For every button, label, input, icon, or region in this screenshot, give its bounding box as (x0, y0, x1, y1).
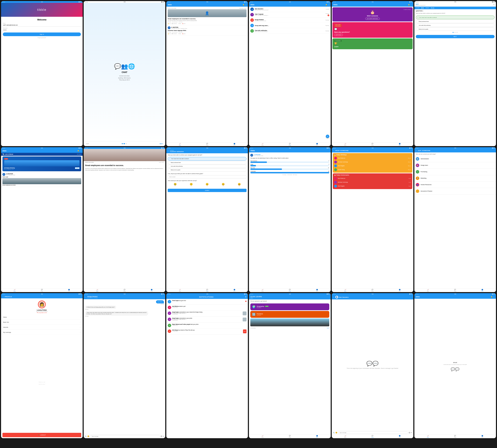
more-icon[interactable]: ⋮ (411, 4, 412, 6)
dept-item-3[interactable]: 📢 Marketing › (414, 175, 496, 182)
profile-menu-item-2[interactable]: Interests › (1, 325, 83, 330)
more-icon[interactable]: ⋮ (80, 150, 81, 152)
chat-list-item-4[interactable]: C Chat with notification Mark: Internet … (249, 28, 331, 34)
save-2-action[interactable]: 🔖 Save (182, 33, 185, 34)
forgot-password-link[interactable]: Forgot password? (3, 37, 81, 38)
attachment-icon[interactable]: 📎 (85, 435, 87, 437)
notification-icon[interactable]: 🔔 (243, 4, 244, 6)
next-button[interactable]: NEXT (160, 143, 163, 144)
learn-card[interactable]: 5 QUIZZES 🏆 Learn (332, 38, 413, 49)
nav-item-buzz[interactable]: 📈 Buzz (332, 143, 359, 146)
alan-chat-input[interactable] (338, 432, 408, 434)
nav-item-ican[interactable]: 🔵 iCan (138, 288, 166, 292)
nav-item-chats[interactable]: 💬 Chats (359, 435, 386, 438)
quiz-option-3[interactable]: ○ Barely met my goals (416, 27, 495, 31)
notification-item-0[interactable]: V Vivek Gupta has gone live! (166, 299, 248, 305)
back-arrow-icon[interactable]: ← (168, 150, 169, 152)
more-icon[interactable]: ⋮ (493, 296, 495, 298)
ask-card[interactable]: LIVE CHAT AVAILABLE 💬 Have any questions… (332, 22, 413, 38)
birthday-item-1[interactable]: Nicholas Cummings 20 yrs (334, 160, 411, 164)
anniversary-item-0[interactable]: Nina Patterson 2 yrs (334, 176, 411, 180)
nav-item-buzz[interactable]: 📈 Buzz (332, 288, 359, 292)
nav-item-chats[interactable]: 💬 Chats (276, 143, 303, 146)
back-arrow-icon[interactable]: ← (333, 296, 335, 298)
like-2-action[interactable]: 👍 Like (168, 33, 171, 34)
emoji-icon[interactable]: 😊 (87, 435, 89, 437)
save-action[interactable]: 🔖 Save (182, 23, 185, 24)
password-input[interactable] (3, 29, 81, 32)
anniversary-item-2[interactable]: Mae Delgado 3 yrs (334, 184, 411, 188)
image-icon[interactable]: 🖼 (409, 432, 410, 433)
save-button[interactable]: SAVE (327, 328, 329, 329)
nav-item-ican[interactable]: 🔵 iCan (303, 288, 331, 292)
talk-cta[interactable]: LET'S TALK (334, 34, 343, 36)
logout-button[interactable]: 🚪 LOGOUT (2, 433, 81, 437)
nav-item-ican[interactable]: 🔵 iCan (386, 143, 413, 146)
nav-item-buzz[interactable]: 📈 Buzz (166, 143, 194, 146)
emoji-1[interactable]: 😢 (174, 183, 177, 186)
quiz-option-2[interactable]: ○ Just under fully achieving (416, 24, 495, 27)
nav-item-chats[interactable]: 💬 Chats (194, 143, 221, 146)
birthday-item-3[interactable]: Darrell Young 26 yrs (334, 168, 411, 172)
back-arrow-icon[interactable]: ← (85, 296, 87, 298)
chat-list-item-1[interactable]: T THE IT SQUAD Dawit: Internet is not wo… (249, 12, 331, 17)
nav-item-buzz[interactable]: 📈 Buzz (249, 288, 276, 292)
dept-item-4[interactable]: 👥 Human Resources › (414, 182, 496, 188)
survey-opt-0[interactable]: ✓ Yes I have! And I was able to achieve! (168, 157, 247, 161)
nav-item-buzz[interactable]: 📈 Buzz (249, 435, 276, 438)
nav-item-buzz[interactable]: 📈 Buzz (166, 288, 194, 292)
nav-item-chats[interactable]: 💬 Chats (194, 288, 221, 292)
dept-item-1[interactable]: 🎨 Design team › (414, 162, 496, 169)
nav-item-ican[interactable]: 🔵 iCan (386, 288, 413, 292)
back-arrow-icon[interactable]: ← (2, 296, 4, 298)
chat-list-item-3[interactable]: G Group with long name ... Yesterday (249, 23, 331, 28)
dept-item-5[interactable]: 💰 Accounts & Finance › (414, 188, 496, 194)
like-action[interactable]: 👍 Like (168, 23, 171, 24)
nav-item-chats[interactable]: 💬 Chats (359, 288, 386, 292)
survey-opt-2[interactable]: ○ Just under fully achieving (168, 165, 247, 168)
emoji-2[interactable]: 😕 (190, 183, 193, 186)
poll-option-3[interactable]: Amsterdam 43 (250, 171, 329, 173)
survey-answer-input[interactable] (168, 175, 247, 178)
notification-item-1[interactable]: A Amit Mishra started a poll 3 minutes a… (166, 305, 248, 310)
wish-card[interactable]: 5 EMPLOYEES 🎂 Wish someone SAY HAPPY BIR… (332, 7, 413, 21)
nav-item-buzz[interactable]: 📈 Buzz (414, 435, 442, 438)
dept-item-2[interactable]: 🛒 Purchasing › (414, 169, 496, 175)
image-icon[interactable]: 🖼 (161, 435, 162, 437)
learn-card-0[interactable]: 🌍 Geography ● NEW #icanlearn (250, 304, 329, 310)
nav-item-ican[interactable]: 🔵 iCan (386, 435, 413, 438)
nav-item-chats[interactable]: 💬 Chats (111, 288, 138, 292)
share-action[interactable]: ↗ Share (178, 23, 181, 24)
birthday-item-0[interactable]: Nina Patterson 25 yrs (334, 156, 411, 160)
next-button[interactable]: NEXT (416, 35, 495, 38)
email-input[interactable] (3, 24, 81, 27)
profile-menu-item-3[interactable]: My Learnings › (1, 330, 83, 335)
notification-item-4[interactable]: R Rajat, Mahesh and 5 other people liked… (166, 323, 248, 328)
submit-button[interactable]: SUBMIT (168, 189, 247, 192)
nav-item-buzz[interactable]: 📈 Buzz (1, 288, 28, 292)
nav-item-ican[interactable]: 🔵 iCan (221, 143, 248, 146)
emoji-4[interactable]: 😊 (222, 183, 225, 186)
notification-icon[interactable]: 🔔 (491, 296, 493, 298)
notification-icon[interactable]: 🔔 (325, 4, 327, 6)
survey-opt-1[interactable]: ○ Barely achieved them (168, 161, 247, 164)
back-arrow-icon[interactable]: ← (333, 150, 335, 152)
comment-2-action[interactable]: 💬 Comment (172, 33, 177, 34)
learn-card-1[interactable]: 🔢 Fractions #icanlearn (250, 311, 329, 318)
close-icon[interactable]: ✕ (245, 296, 247, 298)
send-icon[interactable]: ✉ (411, 432, 412, 433)
nav-item-ican[interactable]: 🔵 iCan (303, 143, 331, 146)
birthday-item-2[interactable]: Mae Delgado 35 yrs (334, 164, 411, 168)
emoji-5[interactable]: 😄 (238, 183, 241, 186)
nav-item-buzz[interactable]: 📈 Buzz (249, 143, 276, 146)
anniversary-item-1[interactable]: Nicholas Cummings 1 yrs (334, 180, 411, 184)
notification-icon[interactable]: 🔔 (77, 150, 79, 152)
notification-icon[interactable]: 🔔 (408, 4, 410, 6)
survey-opt-3[interactable]: ○ Barely met my goals (168, 168, 247, 172)
nav-item-chats[interactable]: 💬 Chats (359, 143, 386, 146)
comment-action[interactable]: 💬 Comment (172, 23, 177, 24)
poll-option-2[interactable]: New York 17 (250, 167, 329, 170)
nav-item-ican[interactable]: 🔵 iCan (303, 435, 331, 438)
sign-in-button[interactable]: Sign In (3, 32, 81, 36)
profile-menu-item-1[interactable]: Basic Info › (1, 320, 83, 325)
